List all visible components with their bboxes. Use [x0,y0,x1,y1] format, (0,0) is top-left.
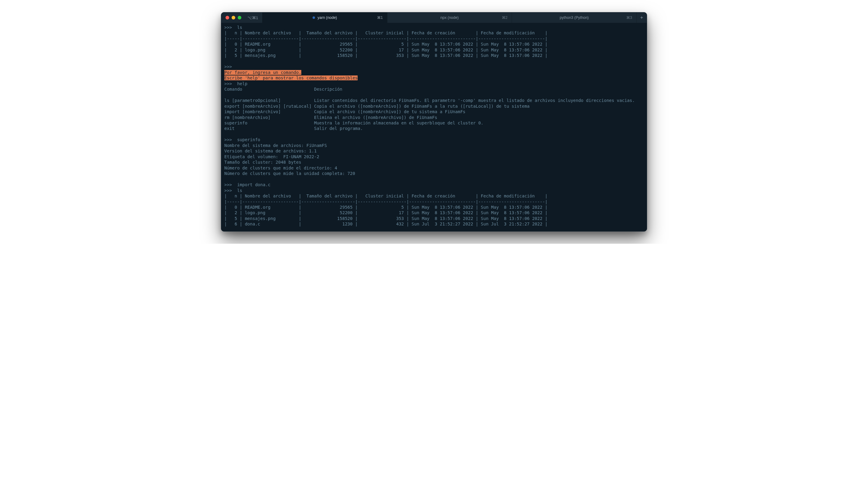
superinfo-line: Version del sistema de archivos: 1.1 [224,148,316,153]
superinfo-line: Nombre del sistema de archivos: FiUnamFS [224,143,327,148]
tab-group-shortcut-label: ⌥⌘1 [248,15,258,20]
titlebar: ⌥⌘1 yarn (node) ⌘1 npx (node) ⌘2 python3… [221,12,647,23]
cmd-help: help [237,81,248,86]
help-row: superinfo Muestra la información almacen… [224,121,483,125]
terminal-output[interactable]: >>> ls | n | Nombre del archivo | Tamaño… [221,23,647,231]
help-row: ls [parametroOpcional] Listar contenidos… [224,98,635,103]
plus-icon: + [640,15,643,20]
zoom-window-button[interactable] [238,16,241,20]
prompt: >>> [224,182,232,187]
tab-label: npx (node) [441,15,459,20]
ls-header: | n | Nombre del archivo | Tamaño del ar… [224,194,547,198]
ls-row: | 5 | mensajes.png | 158520 | 353 | Sun … [224,53,547,58]
tab-label: python3 (Python) [560,15,589,20]
prompt: >>> [224,64,232,69]
superinfo-line: Tamaño del cluster: 2048 bytes [224,160,301,165]
error-line: Por favor, ingresa un comando. [224,70,301,75]
help-row: exit Salir del programa. [224,126,363,131]
prompt: >>> [224,137,232,142]
ls-row: | 0 | README.org | 29565 | 5 | Sun May 8… [224,42,547,47]
help-header: Comando Descripción [224,87,342,92]
ls-rule: |-----|----------------------|----------… [224,36,547,41]
tab-npx[interactable]: npx (node) ⌘2 [387,12,512,23]
cmd-superinfo: superinfo [237,137,260,142]
tab-bar: yarn (node) ⌘1 npx (node) ⌘2 python3 (Py… [262,12,636,23]
ls-row: | 0 | README.org | 29565 | 5 | Sun May 8… [224,205,547,210]
prompt: >>> [224,81,232,86]
new-tab-button[interactable]: + [636,12,647,23]
tab-shortcut: ⌘2 [502,15,508,20]
tab-group-shortcut: ⌥⌘1 [245,12,262,23]
ls-row: | 5 | mensajes.png | 158520 | 353 | Sun … [224,216,547,221]
cmd-import: import dona.c [237,182,270,187]
help-row: export [nombreArchivo] [rutaLocal] Copia… [224,104,530,109]
ls-header: | n | Nombre del archivo | Tamaño del ar… [224,31,547,35]
cmd-ls: ls [237,188,242,193]
ls-row: | 2 | logo.png | 52200 | 17 | Sun May 8 … [224,210,547,215]
superinfo-line: Número de clusters que mide la unidad co… [224,171,355,176]
prompt: >>> [224,188,232,193]
terminal-window: ⌥⌘1 yarn (node) ⌘1 npx (node) ⌘2 python3… [221,12,647,232]
traffic-lights [221,12,245,23]
help-row: rm [nombreArchivo] Elimina el archivo ([… [224,115,437,120]
help-row: import [nombreArchivo] Copia el archivo … [224,109,465,114]
close-window-button[interactable] [226,16,229,20]
tab-shortcut: ⌘1 [377,15,383,20]
ls-rule: |-----|----------------------|----------… [224,199,547,204]
ls-row: | 2 | logo.png | 52200 | 17 | Sun May 8 … [224,47,547,52]
tab-shortcut: ⌘3 [626,15,632,20]
tab-label: yarn (node) [317,15,337,20]
cmd-ls: ls [237,25,242,30]
unsaved-dot-icon [313,16,315,19]
tab-yarn[interactable]: yarn (node) ⌘1 [262,12,387,23]
error-line: Escribe 'help' para mostrar los comandos… [224,75,358,80]
ls-row: | 6 | dona.c | 1230 | 432 | Sun Jul 3 21… [224,221,547,227]
superinfo-line: Número de clusters que mide el directori… [224,166,337,170]
superinfo-line: Etiqueta del volumen: FI-UNAM 2022-2 [224,154,319,159]
tab-python3[interactable]: python3 (Python) ⌘3 [511,12,636,23]
prompt: >>> [224,25,232,30]
minimize-window-button[interactable] [232,16,235,20]
